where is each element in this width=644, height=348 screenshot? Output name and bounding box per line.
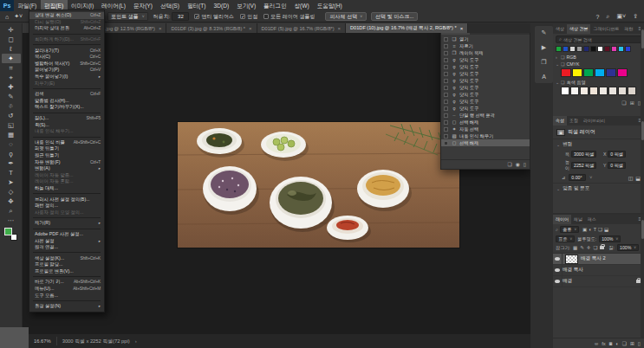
history-brush-tool[interactable]: ↺: [2, 111, 21, 120]
edit-menu-item[interactable]: 사전 설정▸: [29, 237, 104, 244]
close-tab-icon[interactable]: ×: [159, 26, 162, 31]
edit-menu-item[interactable]: 환경 설정(N)▸: [29, 303, 104, 310]
eyedropper-tool[interactable]: ⌖: [2, 73, 21, 82]
new-snapshot-icon[interactable]: ◉: [516, 162, 520, 167]
swatch-chip[interactable]: [597, 46, 603, 52]
swatch-chip[interactable]: [576, 46, 582, 52]
lock-all-icon[interactable]: [600, 246, 604, 249]
edit-menu-item[interactable]: 색상 설정(K)...Shift+Ctrl+K: [29, 255, 104, 261]
swatch-chip[interactable]: [561, 68, 571, 77]
swatch-chip[interactable]: [583, 46, 589, 52]
transform-section-header[interactable]: ⌄ 변형: [553, 139, 644, 150]
close-tab-icon[interactable]: ×: [338, 26, 342, 31]
history-state[interactable]: ▨내용 인식 채우기: [441, 132, 530, 139]
marquee-tool[interactable]: ◻: [2, 35, 21, 44]
history-source-checkbox[interactable]: [444, 72, 448, 76]
history-state[interactable]: ϙ닷지 도구: [441, 63, 530, 70]
history-state[interactable]: ϙ닷지 도구: [441, 105, 530, 112]
brush-settings-panel-icon[interactable]: ✎: [542, 29, 547, 36]
layers-tab[interactable]: 채널: [571, 215, 585, 224]
history-state[interactable]: ❏열기: [441, 35, 530, 42]
edit-menu-item[interactable]: 도구 모음...: [29, 292, 104, 299]
zoom-level[interactable]: 16.67%: [29, 338, 56, 344]
crop-tool[interactable]: ⌗: [2, 63, 21, 73]
flip-horizontal-icon[interactable]: ◫: [628, 175, 634, 181]
close-tab-icon[interactable]: ×: [249, 26, 252, 31]
fill-dropdown[interactable]: 100%˅: [617, 244, 639, 251]
swatch-chip[interactable]: [625, 46, 631, 52]
zoom-tool[interactable]: ⌕: [2, 206, 21, 216]
layer-visibility-toggle[interactable]: [553, 276, 563, 287]
swatch-search-input[interactable]: ⌕ 색상 견본 검색: [556, 35, 641, 43]
align-section-header[interactable]: ⌄ 맞춤 및 분포: [553, 183, 644, 194]
history-source-checkbox[interactable]: [444, 65, 448, 69]
layer-filter-dropdown[interactable]: 종류˅: [560, 226, 579, 233]
hand-tool[interactable]: ✥: [2, 197, 21, 206]
swatch-chip[interactable]: [604, 46, 610, 52]
history-state[interactable]: ◻선택 해제: [441, 139, 530, 146]
character-panel-icon[interactable]: A: [542, 74, 546, 80]
opacity-dropdown[interactable]: 100%˅: [599, 235, 621, 242]
history-source-checkbox[interactable]: [444, 86, 448, 90]
close-tab-icon[interactable]: ×: [460, 26, 464, 31]
magic-wand-tool[interactable]: ✦: [2, 54, 21, 63]
help-icon[interactable]: ?: [594, 14, 602, 20]
history-source-checkbox[interactable]: [444, 58, 448, 62]
swatch-chip[interactable]: [590, 46, 596, 52]
clone-stamp-tool[interactable]: ⌾: [2, 101, 21, 111]
workspace-icon[interactable]: ▣˅: [614, 13, 628, 20]
edit-menu-item[interactable]: 칠(L)...Shift+F5: [29, 115, 104, 122]
status-chevron-icon[interactable]: ›: [135, 338, 137, 344]
edit-menu-item[interactable]: 텍스트 찾기/바꾸기(X)...: [29, 104, 104, 111]
lasso-tool[interactable]: ℓ: [2, 44, 21, 54]
lock-move-icon[interactable]: ✛: [587, 245, 591, 250]
swatch-chip[interactable]: [583, 68, 594, 77]
swatch-chip[interactable]: [589, 87, 598, 95]
history-source-checkbox[interactable]: [444, 120, 448, 125]
lock-transparent-icon[interactable]: ▦: [573, 245, 577, 250]
tolerance-input[interactable]: 32: [172, 12, 189, 21]
layer-group-icon[interactable]: ❏: [622, 341, 627, 346]
swatch-chip[interactable]: [599, 87, 608, 95]
edit-menu-item[interactable]: 자유 변형(F)Ctrl+T: [29, 158, 104, 165]
share-icon[interactable]: ⇪: [630, 13, 641, 20]
layer-row[interactable]: 배경: [553, 276, 644, 287]
edit-menu-item[interactable]: 제거(R)▸: [29, 220, 104, 227]
history-source-checkbox[interactable]: [444, 113, 448, 118]
edit-menu-item[interactable]: 획(S)...: [29, 121, 104, 128]
swatch-chip[interactable]: [561, 87, 569, 95]
link-layers-icon[interactable]: ∞: [595, 341, 598, 346]
history-state[interactable]: ϙ닷지 도구: [441, 84, 530, 91]
y-input[interactable]: 0 픽셀: [608, 162, 626, 169]
lock-artboard-icon[interactable]: ❏: [593, 245, 597, 250]
smart-object-filter-icon[interactable]: ⬓: [604, 227, 608, 232]
scrollbar[interactable]: [641, 24, 644, 116]
history-source-checkbox[interactable]: [444, 79, 448, 83]
option-checkbox[interactable]: ✓인접: [240, 13, 257, 21]
foreground-color-swatch[interactable]: [4, 228, 12, 235]
history-source-checkbox[interactable]: [444, 127, 448, 132]
menubar-item-9[interactable]: 보기(V): [233, 0, 260, 11]
swatch-group-header[interactable]: ›❏RGB: [556, 54, 641, 61]
edit-toolbar-icon[interactable]: ⋯: [2, 216, 21, 225]
brush-tool[interactable]: ✎: [2, 92, 21, 101]
swatches-tab[interactable]: 그레이디언트: [590, 24, 621, 34]
edit-menu-item[interactable]: 내용 인식 비율Alt+Shift+Ctrl+C: [29, 139, 104, 146]
clone-source-panel-icon[interactable]: ❐: [541, 59, 546, 66]
layer-effects-icon[interactable]: fx: [602, 341, 606, 346]
angle-input[interactable]: 0.00°: [569, 174, 586, 181]
history-state[interactable]: ◻선택 해제: [441, 119, 530, 126]
delete-state-icon[interactable]: ▯: [524, 162, 526, 167]
history-source-checkbox[interactable]: [444, 106, 448, 111]
history-state[interactable]: ϙ닷지 도구: [441, 77, 530, 84]
history-state[interactable]: ϙ닷지 도구: [441, 91, 530, 98]
menubar-item-11[interactable]: 창(W): [290, 0, 313, 11]
select-subject-button[interactable]: 피사체 선택 ˅: [325, 12, 367, 21]
properties-tab[interactable]: 라이브러리: [581, 116, 608, 126]
blur-tool[interactable]: ◌: [2, 139, 21, 149]
swatch-chip[interactable]: [570, 87, 579, 95]
swatch-group-header[interactable]: ⌄❏회색 음영: [556, 79, 641, 86]
healing-brush-tool[interactable]: ✚: [2, 82, 21, 92]
swatch-group-header[interactable]: ⌄❏CMYK: [556, 61, 641, 68]
type-tool[interactable]: T: [2, 168, 21, 177]
